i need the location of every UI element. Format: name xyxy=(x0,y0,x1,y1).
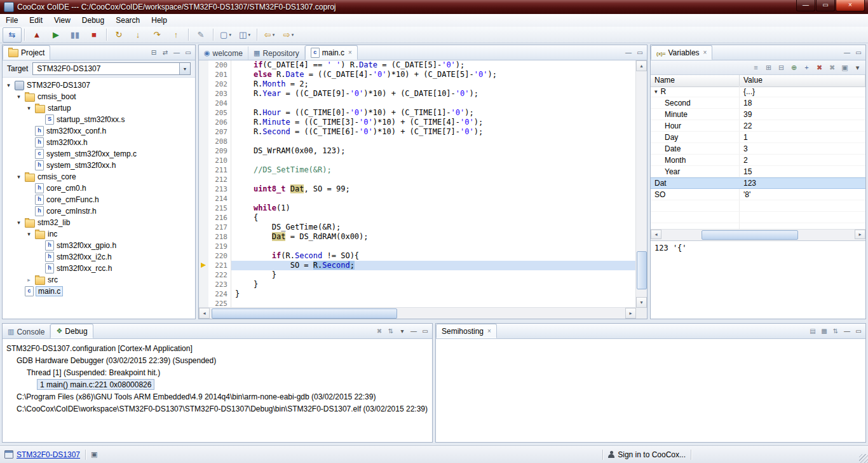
tree-item[interactable]: hcore_cmFunc.h xyxy=(3,194,195,205)
console-tab-debug[interactable]: ❖Debug xyxy=(50,324,93,338)
breakpoint-margin[interactable] xyxy=(199,146,208,156)
collapse-all-icon[interactable]: ⊟ xyxy=(149,47,159,57)
tree-item[interactable]: csystem_stm32f0xx_temp.c xyxy=(3,148,195,160)
tree-item[interactable]: ▸src xyxy=(3,274,195,286)
code-line[interactable]: DS_WrRAM(0x00, 123); xyxy=(231,146,636,156)
close-tab-icon[interactable]: × xyxy=(348,49,352,56)
menu-debug[interactable]: Debug xyxy=(76,15,110,26)
line-number[interactable]: 211 xyxy=(208,165,231,175)
line-number[interactable]: 223 xyxy=(208,280,231,289)
breakpoint-margin[interactable] xyxy=(199,289,208,299)
tab-semihosting[interactable]: Semihosting × xyxy=(436,324,497,338)
debug-tree-item[interactable]: Thread [1] (Suspended: Breakpoint hit.) xyxy=(3,366,432,378)
line-number[interactable]: 207 xyxy=(208,127,231,137)
variable-row[interactable]: Hour22 xyxy=(651,120,865,132)
editor-tab-repository[interactable]: ▦Repository xyxy=(248,46,305,60)
variable-row[interactable]: Day1 xyxy=(651,132,865,143)
semihosting-output[interactable] xyxy=(436,339,865,442)
step-return-icon[interactable]: ↑ xyxy=(166,27,186,43)
debug-tree-item[interactable]: C:\Program Files (x86)\GNU Tools ARM Emb… xyxy=(3,390,432,403)
tree-item[interactable]: ▾startup xyxy=(3,102,195,114)
variable-row[interactable]: SO'8' xyxy=(651,189,865,200)
breakpoint-margin[interactable] xyxy=(199,99,208,108)
debug-tree-item[interactable]: C:\CooCox\CoIDE\workspace\STM32F0-DS1307… xyxy=(3,403,432,415)
menu-help[interactable]: Help xyxy=(146,15,173,26)
minimize-icon[interactable]: — xyxy=(409,326,419,336)
line-number[interactable]: 212 xyxy=(208,175,231,184)
tree-item[interactable]: hstm32f0xx_rcc.h xyxy=(3,263,195,274)
tree-item[interactable]: hstm32f0xx_gpio.h xyxy=(3,240,195,251)
tree-item[interactable]: Sstartup_stm32f0xx.s xyxy=(3,114,195,125)
code-line[interactable]: } xyxy=(231,289,636,299)
editor-tab-welcome[interactable]: ◉welcome xyxy=(199,46,248,60)
variable-row[interactable]: Dat123 xyxy=(651,177,865,189)
code-line[interactable]: } xyxy=(231,280,636,289)
breakpoint-margin[interactable] xyxy=(199,213,208,223)
tab-variables[interactable]: Variables × xyxy=(651,45,712,60)
maximize-icon[interactable]: ▭ xyxy=(420,326,430,336)
breakpoint-margin[interactable] xyxy=(199,118,208,127)
breakpoint-margin[interactable] xyxy=(199,165,208,175)
remove-selected-icon[interactable]: ✖ xyxy=(814,62,825,73)
scroll-left-icon[interactable]: ◂ xyxy=(651,230,661,239)
tree-item[interactable]: ▾cmsis_boot xyxy=(3,91,195,102)
breakpoint-margin[interactable] xyxy=(199,280,208,289)
line-number[interactable]: 206 xyxy=(208,118,231,127)
code-line[interactable]: R.Year = ((C_DATE[9]-'0')*10) + (C_DATE[… xyxy=(231,89,636,99)
breakpoint-margin[interactable] xyxy=(199,79,208,89)
code-line[interactable]: R.Minute = ((C_TIME[3]-'0')*10) + (C_TIM… xyxy=(231,118,636,127)
breakpoint-margin[interactable] xyxy=(199,89,208,99)
resize-grip[interactable] xyxy=(859,454,868,463)
debug-tree-item[interactable]: GDB Hardware Debugger (03/02/2015 22:39)… xyxy=(3,354,432,366)
breakpoint-margin[interactable] xyxy=(199,60,208,70)
code-line[interactable] xyxy=(231,194,636,204)
tree-item[interactable]: hsystem_stm32f0xx.h xyxy=(3,160,195,171)
line-number[interactable]: 210 xyxy=(208,156,231,165)
collapse-all-icon[interactable]: ⊟ xyxy=(776,62,787,73)
minimize-icon[interactable]: — xyxy=(172,47,182,57)
breakpoint-margin[interactable] xyxy=(199,270,208,280)
line-number[interactable]: 221 xyxy=(208,261,231,270)
tree-item[interactable]: hcore_cm0.h xyxy=(3,183,195,194)
editor-horizontal-scrollbar[interactable]: ◂ ▸ xyxy=(199,307,636,319)
show-type-names-icon[interactable]: ≡ xyxy=(750,62,761,73)
debug-tree-item[interactable]: STM32F0-DS1307.configuration [Cortex-M A… xyxy=(3,342,432,354)
debug-tree-item[interactable]: 1 main() main.c:221 0x08000826 xyxy=(3,378,432,390)
breakpoint-margin[interactable] xyxy=(199,251,208,261)
variable-row[interactable]: ▾R{...} xyxy=(651,86,865,97)
show-logical-structure-icon[interactable]: ⊞ xyxy=(763,62,774,73)
back-icon[interactable]: ⇦▾ xyxy=(260,27,279,43)
breakpoint-margin[interactable] xyxy=(199,137,208,146)
breakpoint-margin[interactable] xyxy=(199,242,208,251)
variable-row[interactable]: Date3 xyxy=(651,143,865,155)
line-number[interactable]: 218 xyxy=(208,232,231,242)
code-line[interactable] xyxy=(231,242,636,251)
maximize-icon[interactable]: ▭ xyxy=(183,47,193,57)
line-number[interactable]: 202 xyxy=(208,79,231,89)
scroll-down-icon[interactable]: ▾ xyxy=(636,297,647,308)
breakpoint-margin[interactable] xyxy=(199,232,208,242)
line-number[interactable]: 214 xyxy=(208,194,231,204)
scroll-right-icon[interactable]: ▸ xyxy=(855,230,865,239)
close-view-icon[interactable]: × xyxy=(703,49,707,56)
line-number[interactable]: 203 xyxy=(208,89,231,99)
minimize-window-button[interactable]: — xyxy=(796,0,815,11)
breakpoint-margin[interactable] xyxy=(199,223,208,232)
line-number[interactable]: 213 xyxy=(208,184,231,194)
column-header-value[interactable]: Value xyxy=(740,75,865,86)
breakpoint-margin[interactable] xyxy=(199,204,208,213)
console-tab-console[interactable]: ▥Console xyxy=(3,325,50,338)
variable-detail-pane[interactable]: 123 '{' xyxy=(651,241,865,319)
code-line[interactable]: R.Second = ((C_TIME[6]-'0')*10) + (C_TIM… xyxy=(231,127,636,137)
line-number[interactable]: 215 xyxy=(208,204,231,213)
scroll-left-icon[interactable]: ◂ xyxy=(199,308,210,319)
copy-icon[interactable]: ▤ xyxy=(808,326,818,336)
maximize-icon[interactable]: ▭ xyxy=(635,47,645,57)
editor-tab-main-c[interactable]: cmain.c× xyxy=(305,45,358,60)
target-select[interactable]: STM32F0-DS1307 ▼ xyxy=(32,62,191,75)
code-line[interactable]: R.Hour = ((C_TIME[0]-'0')*10) + (C_TIME[… xyxy=(231,108,636,118)
line-number[interactable]: 224 xyxy=(208,289,231,299)
tree-item[interactable]: ▾stm32_lib xyxy=(3,217,195,228)
line-number[interactable]: 208 xyxy=(208,137,231,146)
variable-row[interactable]: Second18 xyxy=(651,97,865,109)
